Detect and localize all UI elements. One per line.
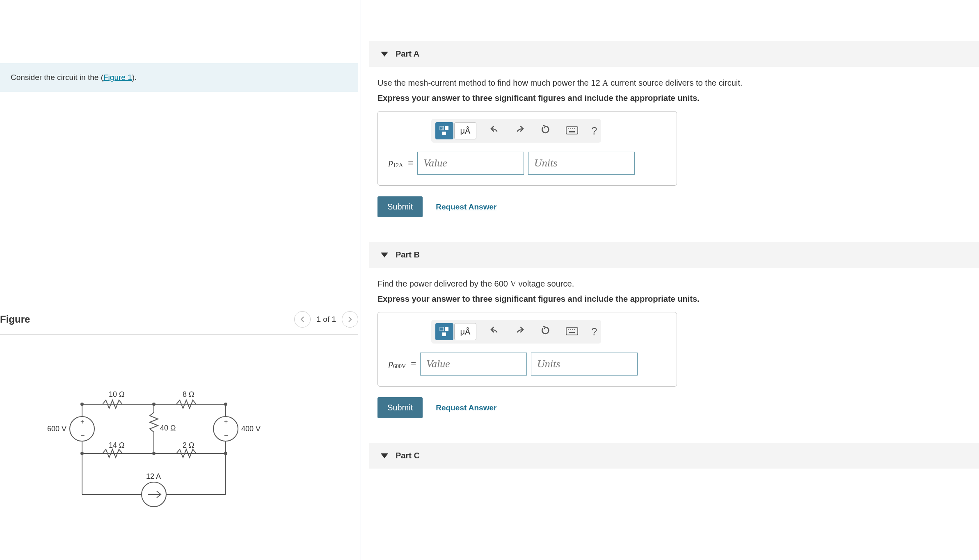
problem-intro: Consider the circuit in the (Figure 1). <box>0 63 358 92</box>
svg-rect-36 <box>445 327 448 331</box>
part-b-toolbar: μÅ <box>431 320 601 344</box>
fraction-icon <box>439 326 450 337</box>
part-b-request-answer-link[interactable]: Request Answer <box>436 403 496 412</box>
label-r8: 8 Ω <box>183 390 194 398</box>
part-a-prompt: Use the mesh-current method to find how … <box>377 78 979 88</box>
chevron-left-icon <box>300 316 304 323</box>
undo-icon <box>490 125 499 134</box>
part-b-var: p600V <box>389 358 406 370</box>
svg-point-30 <box>568 128 569 129</box>
label-r14: 14 Ω <box>109 441 124 449</box>
reset-icon <box>540 326 550 335</box>
redo-icon <box>515 326 525 335</box>
figure-next-button[interactable] <box>342 311 358 328</box>
equals-sign: = <box>411 359 416 369</box>
part-a: Part A Use the mesh-current method to fi… <box>361 41 979 217</box>
caret-down-icon <box>381 50 388 58</box>
template-button[interactable] <box>435 323 453 340</box>
redo-button[interactable] <box>512 123 527 139</box>
part-a-units-input[interactable] <box>528 152 635 175</box>
intro-prefix: Consider the circuit in the ( <box>11 73 103 82</box>
part-b-prompt: Find the power delivered by the 600 V vo… <box>377 279 979 289</box>
units-button[interactable]: μÅ <box>454 323 476 340</box>
part-a-title: Part A <box>396 49 419 59</box>
part-a-toolbar: □ μÅ <box>431 119 601 143</box>
figure-title: Figure <box>0 314 30 325</box>
part-b-header[interactable]: Part B <box>369 242 979 268</box>
label-v600: 600 V <box>47 425 66 433</box>
svg-text:+: + <box>80 418 84 425</box>
units-button[interactable]: μÅ <box>454 122 476 139</box>
svg-rect-29 <box>566 127 578 134</box>
keyboard-button[interactable] <box>563 123 581 139</box>
svg-point-39 <box>568 329 569 330</box>
undo-button[interactable] <box>487 324 502 340</box>
part-b-value-input[interactable] <box>420 353 527 376</box>
svg-rect-27 <box>442 132 446 135</box>
part-a-answer-box: □ μÅ <box>377 111 677 186</box>
svg-point-33 <box>574 128 575 129</box>
equals-sign: = <box>408 158 413 168</box>
chevron-right-icon <box>348 316 352 323</box>
part-c: Part C <box>361 443 979 469</box>
reset-button[interactable] <box>538 123 553 139</box>
part-b-title: Part B <box>396 250 420 260</box>
undo-button[interactable] <box>487 123 502 139</box>
part-a-instruct: Express your answer to three significant… <box>377 93 979 103</box>
figure-nav-label: 1 of 1 <box>316 315 336 324</box>
svg-text:−: − <box>80 431 85 439</box>
svg-point-41 <box>572 329 573 330</box>
svg-rect-35 <box>440 327 444 331</box>
figure-prev-button[interactable] <box>294 311 311 328</box>
intro-suffix: ). <box>132 73 137 82</box>
reset-icon <box>540 125 550 134</box>
svg-rect-37 <box>442 332 446 336</box>
svg-text:□: □ <box>441 127 443 130</box>
help-button[interactable]: ? <box>591 326 597 338</box>
svg-point-14 <box>153 452 155 455</box>
part-b-answer-box: μÅ <box>377 312 677 387</box>
svg-text:−: − <box>224 431 229 439</box>
part-c-header[interactable]: Part C <box>369 443 979 469</box>
undo-icon <box>490 326 499 335</box>
part-b-instruct: Express your answer to three significant… <box>377 294 979 304</box>
help-button[interactable]: ? <box>591 125 597 137</box>
template-button[interactable]: □ <box>435 122 453 139</box>
keyboard-icon <box>566 327 578 335</box>
part-b: Part B Find the power delivered by the 6… <box>361 242 979 418</box>
keyboard-button[interactable] <box>563 324 581 340</box>
label-i12: 12 A <box>146 472 161 480</box>
part-a-value-input[interactable] <box>417 152 524 175</box>
reset-button[interactable] <box>538 324 553 340</box>
svg-rect-38 <box>566 328 578 335</box>
redo-icon <box>515 125 525 134</box>
svg-point-40 <box>570 329 571 330</box>
label-r40: 40 Ω <box>160 424 176 432</box>
svg-rect-34 <box>569 131 575 132</box>
label-r2: 2 Ω <box>183 441 194 449</box>
part-b-units-input[interactable] <box>531 353 638 376</box>
redo-button[interactable] <box>512 324 527 340</box>
keyboard-icon <box>566 126 578 134</box>
caret-down-icon <box>381 452 388 460</box>
part-a-header[interactable]: Part A <box>369 41 979 67</box>
svg-rect-26 <box>445 126 448 130</box>
svg-point-32 <box>572 128 573 129</box>
circuit-diagram: + − + − 10 Ω 8 Ω 600 V 40 Ω 400 V 14 Ω 2… <box>45 388 361 521</box>
label-v400: 400 V <box>241 425 261 433</box>
figure-link[interactable]: Figure 1 <box>103 73 132 82</box>
svg-point-31 <box>570 128 571 129</box>
part-a-request-answer-link[interactable]: Request Answer <box>436 203 496 212</box>
svg-rect-43 <box>569 332 575 333</box>
svg-point-42 <box>574 329 575 330</box>
part-a-submit-button[interactable]: Submit <box>377 196 423 217</box>
fraction-icon: □ <box>439 125 450 136</box>
caret-down-icon <box>381 251 388 259</box>
part-c-title: Part C <box>396 451 420 460</box>
label-r10: 10 Ω <box>109 390 124 398</box>
part-a-var: p12A <box>389 157 403 169</box>
part-b-submit-button[interactable]: Submit <box>377 397 423 418</box>
svg-text:+: + <box>224 418 228 425</box>
